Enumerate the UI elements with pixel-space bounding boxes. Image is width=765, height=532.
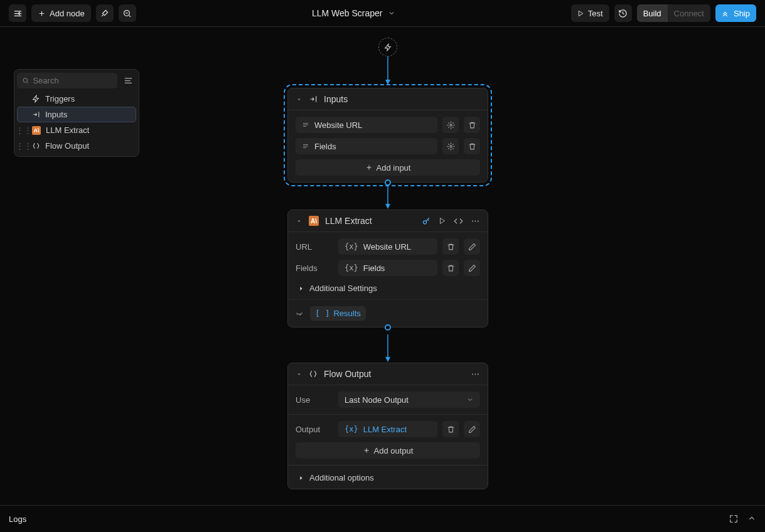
build-tab[interactable]: Build: [637, 4, 668, 22]
delete-button[interactable]: [442, 238, 459, 255]
ai-badge-icon: A\: [32, 126, 41, 135]
variable-icon: {x}: [345, 425, 358, 434]
svg-point-1: [23, 78, 28, 82]
variable-icon: {x}: [345, 263, 358, 272]
ship-label: Ship: [734, 9, 750, 18]
use-select[interactable]: Last Node Output: [338, 391, 480, 408]
sidebar-item-flow-output[interactable]: ⋮⋮ Flow Output: [17, 138, 136, 154]
input-field-website-url[interactable]: Website URL: [296, 117, 437, 133]
trash-icon: [447, 425, 455, 434]
sidebar-item-label: Flow Output: [45, 141, 89, 151]
logs-label[interactable]: Logs: [9, 514, 26, 524]
use-label: Use: [296, 395, 333, 405]
lightning-icon: [384, 43, 392, 51]
sidebar-item-llm-extract[interactable]: ⋮⋮ A\ LLM Extract: [17, 122, 136, 138]
add-output-button[interactable]: Add output: [296, 442, 480, 459]
node-title: Inputs: [324, 94, 480, 104]
run-icon[interactable]: [439, 217, 446, 225]
node-tree-panel: Triggers Inputs ⋮⋮ A\ LLM Extract ⋮⋮ Flo…: [14, 69, 139, 157]
variable-icon: {x}: [345, 242, 358, 251]
search-input[interactable]: [33, 76, 112, 85]
param-label: Fields: [296, 263, 333, 273]
param-value-url[interactable]: {x} Website URL: [338, 238, 437, 255]
drag-handle-icon: ⋮⋮: [21, 141, 27, 151]
gear-icon: [447, 121, 455, 129]
flow-title: LLM Web Scraper: [312, 8, 383, 18]
delete-button[interactable]: [442, 421, 459, 437]
input-field-fields[interactable]: Fields: [296, 138, 437, 154]
chevron-up-icon: [747, 514, 756, 523]
sidebar-item-label: Inputs: [45, 110, 67, 119]
svg-marker-3: [385, 80, 390, 85]
svg-point-12: [475, 220, 476, 221]
sidebar-item-label: Triggers: [45, 94, 75, 104]
code-icon[interactable]: [454, 216, 463, 226]
trash-icon: [468, 121, 476, 129]
more-icon[interactable]: [471, 216, 480, 226]
svg-point-9: [449, 145, 451, 147]
settings-button[interactable]: [442, 138, 459, 154]
additional-options-toggle[interactable]: Additional options: [296, 471, 480, 482]
svg-point-14: [472, 373, 473, 375]
svg-marker-7: [385, 357, 390, 362]
svg-point-8: [449, 124, 451, 125]
flow-output-node[interactable]: Flow Output Use Last Node Output Output …: [287, 363, 488, 489]
node-title: Flow Output: [324, 369, 464, 379]
history-button[interactable]: [614, 4, 632, 22]
test-button[interactable]: Test: [571, 4, 609, 22]
ship-button[interactable]: Ship: [715, 4, 756, 22]
svg-point-15: [475, 373, 476, 375]
flow-title-dropdown[interactable]: LLM Web Scraper: [312, 8, 395, 18]
settings-button[interactable]: [442, 117, 459, 133]
svg-point-16: [478, 373, 479, 375]
delete-button[interactable]: [442, 260, 459, 276]
gear-icon: [447, 142, 455, 151]
output-port[interactable]: [385, 324, 391, 331]
add-node-button[interactable]: Add node: [31, 4, 91, 22]
collapse-icon[interactable]: [296, 96, 302, 103]
more-icon[interactable]: [471, 370, 480, 379]
tree-toggle-button[interactable]: [120, 72, 136, 88]
edit-button[interactable]: [464, 238, 480, 255]
key-icon[interactable]: [422, 216, 431, 226]
collapse-logs-button[interactable]: [747, 514, 756, 524]
connect-tab[interactable]: Connect: [668, 4, 710, 22]
inputs-node[interactable]: Inputs Website URL Fields: [287, 88, 488, 183]
param-value-fields[interactable]: {x} Fields: [338, 260, 437, 276]
output-port[interactable]: [385, 179, 391, 186]
text-icon: [302, 142, 309, 150]
test-label: Test: [588, 9, 603, 18]
pencil-icon: [468, 425, 476, 434]
edit-button[interactable]: [464, 260, 480, 276]
ai-badge-icon: A\: [309, 216, 319, 226]
search-icon: [22, 77, 29, 85]
additional-settings-toggle[interactable]: Additional Settings: [296, 281, 480, 293]
collapse-sidebar-button[interactable]: [9, 4, 26, 22]
sidebar-item-triggers[interactable]: Triggers: [17, 91, 136, 107]
svg-point-11: [472, 220, 473, 221]
chevron-down-icon: [466, 396, 474, 403]
collapse-icon[interactable]: [296, 371, 302, 378]
results-chip[interactable]: [ ] Results: [310, 306, 366, 321]
chevron-down-icon: [388, 9, 395, 17]
drag-handle-icon: ⋮⋮: [21, 125, 27, 135]
sidebar-item-inputs[interactable]: Inputs: [17, 107, 136, 122]
delete-button[interactable]: [464, 117, 480, 133]
expand-button[interactable]: [729, 514, 739, 524]
add-input-button[interactable]: Add input: [296, 159, 480, 176]
svg-marker-5: [385, 204, 390, 209]
pencil-icon: [468, 243, 476, 251]
output-value[interactable]: {x} LLM Extract: [338, 421, 437, 437]
magic-button[interactable]: [96, 4, 114, 22]
delete-button[interactable]: [464, 138, 480, 154]
trash-icon: [447, 243, 455, 251]
llm-extract-node[interactable]: A\ LLM Extract URL {x} Website URL Field…: [287, 210, 488, 327]
param-label: URL: [296, 242, 333, 252]
zoom-out-button[interactable]: [119, 4, 136, 22]
collapse-icon[interactable]: [296, 218, 302, 225]
pencil-icon: [468, 264, 476, 272]
edit-button[interactable]: [464, 421, 480, 437]
add-node-label: Add node: [50, 9, 85, 18]
trigger-node[interactable]: [378, 38, 397, 56]
search-input-wrap[interactable]: [17, 73, 117, 88]
